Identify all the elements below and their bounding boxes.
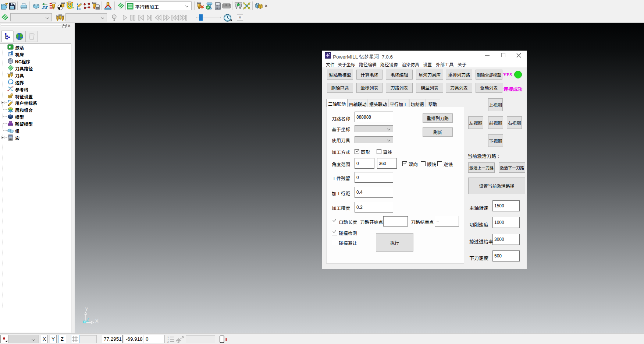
svg-text:X: X: [95, 318, 99, 324]
svg-text:Z: Z: [86, 317, 89, 322]
svg-text:Z: Z: [167, 341, 169, 343]
svg-text:Y: Y: [85, 306, 88, 312]
